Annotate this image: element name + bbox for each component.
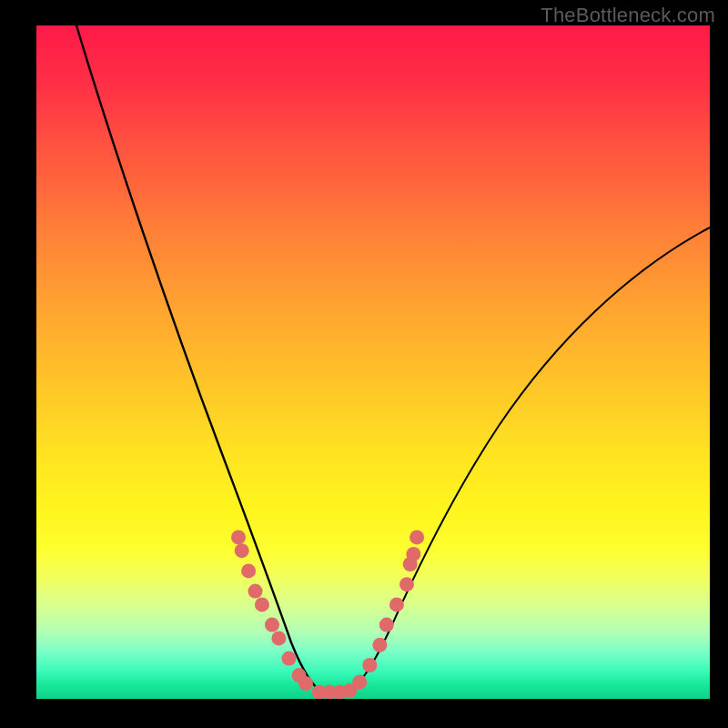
- data-marker: [362, 658, 377, 672]
- data-marker: [389, 597, 404, 612]
- data-marker: [248, 584, 263, 599]
- data-marker: [241, 563, 256, 578]
- data-marker: [372, 638, 387, 652]
- bottleneck-curve: [36, 25, 710, 699]
- data-marker: [410, 530, 424, 544]
- data-marker: [255, 597, 269, 612]
- data-marker: [235, 543, 249, 558]
- data-marker: [271, 631, 286, 645]
- data-marker: [282, 652, 297, 666]
- curve-right-branch: [346, 228, 710, 693]
- plot-area: [36, 25, 710, 699]
- data-marker: [379, 618, 394, 632]
- chart-frame: TheBottleneck.com: [0, 0, 728, 728]
- watermark-text: TheBottleneck.com: [541, 4, 715, 27]
- data-marker: [231, 530, 246, 544]
- data-marker: [399, 577, 414, 592]
- data-marker: [352, 675, 367, 690]
- data-marker: [298, 676, 313, 691]
- data-marker: [265, 618, 279, 632]
- data-marker: [406, 547, 420, 561]
- curve-left-branch: [76, 25, 324, 693]
